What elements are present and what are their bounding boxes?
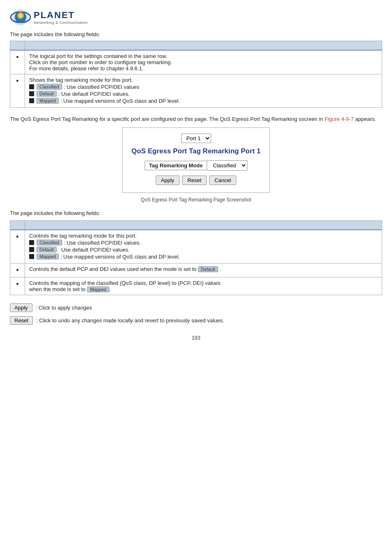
apply-desc: : Click to apply changes bbox=[36, 305, 92, 311]
port-line1: The logical port for the settings contai… bbox=[29, 53, 378, 59]
section1-table: • The logical port for the settings cont… bbox=[10, 41, 382, 108]
reset-button[interactable]: Reset bbox=[10, 316, 33, 325]
mapped-tag-1: Mapped bbox=[37, 98, 59, 104]
qos-screenshot-box: Port 1 Port 2 Port 3 QoS Egress Port Tag… bbox=[122, 127, 270, 193]
bullet2-mapped: • bbox=[10, 277, 25, 295]
section2-table: • Controls the tag remarking mode for th… bbox=[10, 220, 382, 295]
header-col2 bbox=[25, 41, 382, 50]
controls-sub3-text: : Use mapped versions of QoS class and D… bbox=[60, 254, 180, 260]
paragraph-qos: The QoS Egress Port Tag Remarking for a … bbox=[10, 115, 382, 124]
reset-row: Reset : Click to undo any changes made l… bbox=[10, 316, 382, 325]
port-line2: Click on the port number in order to con… bbox=[29, 59, 378, 65]
mode-description: Shows the tag remarking mode for this po… bbox=[25, 74, 382, 107]
square-icon-4 bbox=[29, 240, 34, 245]
mapped-description: Controls the mapping of the classified (… bbox=[25, 277, 382, 295]
apply-row: Apply : Click to apply changes bbox=[10, 303, 382, 312]
default-pcp-text: Controls the default PCP and DEI values … bbox=[29, 266, 198, 272]
screenshot-apply-btn[interactable]: Apply bbox=[156, 176, 180, 185]
logo-area: PLANET Networking & Communication bbox=[10, 7, 382, 28]
screenshot-btn-row: Apply Reset Cancel bbox=[131, 176, 261, 185]
controls-sub1-text: : Use classified PCP/DEI values. bbox=[64, 240, 141, 246]
mode-sub1-text: : Use classified PCP/DEI values bbox=[64, 84, 139, 90]
mapped-mode-tag: Mapped bbox=[87, 287, 109, 292]
mapped-line1: Controls the mapping of the classified (… bbox=[29, 280, 378, 286]
controls-sub2: Default : Use default PCP/DEI values. bbox=[29, 247, 378, 253]
para-text2: appears. bbox=[354, 116, 376, 122]
bullet-mode: • bbox=[10, 74, 25, 107]
table-header-row bbox=[10, 41, 382, 50]
default-pcp-period: . bbox=[219, 266, 221, 272]
tag-remarking-select[interactable]: Classified Default Mapped bbox=[207, 160, 247, 171]
page-number: 193 bbox=[10, 335, 382, 341]
apply-reset-section: Apply : Click to apply changes Reset : C… bbox=[10, 303, 382, 325]
classified-tag-2: Classified bbox=[37, 240, 62, 245]
mode-sub3: Mapped : Use mapped versions of QoS clas… bbox=[29, 98, 378, 104]
planet-logo-icon bbox=[10, 7, 31, 28]
header2-col1 bbox=[10, 221, 25, 230]
square-icon-1 bbox=[29, 84, 34, 89]
mode-sub3-text: : Use mapped versions of QoS class and D… bbox=[60, 98, 180, 104]
mode-sub2: Default : Use default PCP/DEI values. bbox=[29, 91, 378, 97]
controls-main-line: Controls the tag remarking mode for this… bbox=[29, 233, 378, 239]
port-select[interactable]: Port 1 Port 2 Port 3 bbox=[181, 134, 211, 143]
bullet2-controls: • bbox=[10, 230, 25, 264]
bullet-port: • bbox=[10, 50, 25, 74]
port-line3: For more details, please refer to chapte… bbox=[29, 65, 378, 72]
square-icon-6 bbox=[29, 254, 34, 259]
controls-sub3: Mapped : Use mapped versions of QoS clas… bbox=[29, 254, 378, 260]
default-mode-tag: Default bbox=[198, 266, 218, 272]
section2-intro: The page includes the following fields: bbox=[10, 210, 382, 216]
table-row-mode: • Shows the tag remarking mode for this … bbox=[10, 74, 382, 107]
square-icon-5 bbox=[29, 247, 34, 252]
screenshot-caption: QoS Egress Port Tag Remarking Page Scree… bbox=[10, 197, 382, 203]
header-col1 bbox=[10, 41, 25, 50]
screenshot-cancel-btn[interactable]: Cancel bbox=[209, 176, 236, 185]
square-icon-3 bbox=[29, 98, 34, 103]
section1-intro: The page includes the following fields: bbox=[10, 31, 382, 37]
logo-text: PLANET Networking & Communication bbox=[34, 10, 88, 25]
table-row-port: • The logical port for the settings cont… bbox=[10, 50, 382, 74]
mapped-line2: when the mode is set to Mapped. bbox=[29, 286, 378, 292]
classified-tag-1: Classified bbox=[37, 84, 62, 90]
screenshot-reset-btn[interactable]: Reset bbox=[182, 176, 207, 185]
port-description: The logical port for the settings contai… bbox=[25, 50, 382, 74]
table2-row-default: • Controls the default PCP and DEI value… bbox=[10, 263, 382, 277]
logo-planet-label: PLANET bbox=[34, 10, 88, 21]
figure-link[interactable]: Figure 4-9-7 bbox=[325, 116, 354, 122]
apply-button[interactable]: Apply bbox=[10, 303, 32, 312]
reset-desc: : Click to undo any changes made locally… bbox=[36, 317, 224, 324]
tag-remarking-label: Tag Remarking Mode bbox=[145, 161, 208, 170]
port-select-row: Port 1 Port 2 Port 3 bbox=[131, 134, 261, 143]
table2-header-row bbox=[10, 221, 382, 230]
controls-description: Controls the tag remarking mode for this… bbox=[25, 230, 382, 264]
mode-main-line: Shows the tag remarking mode for this po… bbox=[29, 77, 378, 83]
qos-page-title: QoS Egress Port Tag Remarking Port 1 bbox=[131, 147, 261, 155]
default-tag-2: Default bbox=[37, 247, 57, 252]
para-text1: The QoS Egress Port Tag Remarking for a … bbox=[10, 116, 325, 122]
header2-col2 bbox=[25, 221, 382, 230]
square-icon-2 bbox=[29, 91, 34, 96]
bullet2-default: • bbox=[10, 263, 25, 277]
logo-sub-label: Networking & Communication bbox=[34, 21, 88, 25]
tag-remarking-row: Tag Remarking Mode Classified Default Ma… bbox=[131, 160, 261, 171]
table2-row-mapped: • Controls the mapping of the classified… bbox=[10, 277, 382, 295]
mode-sub1: Classified : Use classified PCP/DEI valu… bbox=[29, 84, 378, 90]
controls-sub2-text: : Use default PCP/DEI values. bbox=[58, 247, 129, 253]
svg-point-4 bbox=[18, 14, 23, 18]
mapped-tag-2: Mapped bbox=[37, 254, 59, 259]
default-pcp-description: Controls the default PCP and DEI values … bbox=[25, 263, 382, 277]
controls-sub1: Classified : Use classified PCP/DEI valu… bbox=[29, 240, 378, 246]
table2-row-controls: • Controls the tag remarking mode for th… bbox=[10, 230, 382, 264]
default-tag-1: Default bbox=[37, 91, 57, 97]
mode-sub2-text: : Use default PCP/DEI values. bbox=[58, 91, 129, 97]
